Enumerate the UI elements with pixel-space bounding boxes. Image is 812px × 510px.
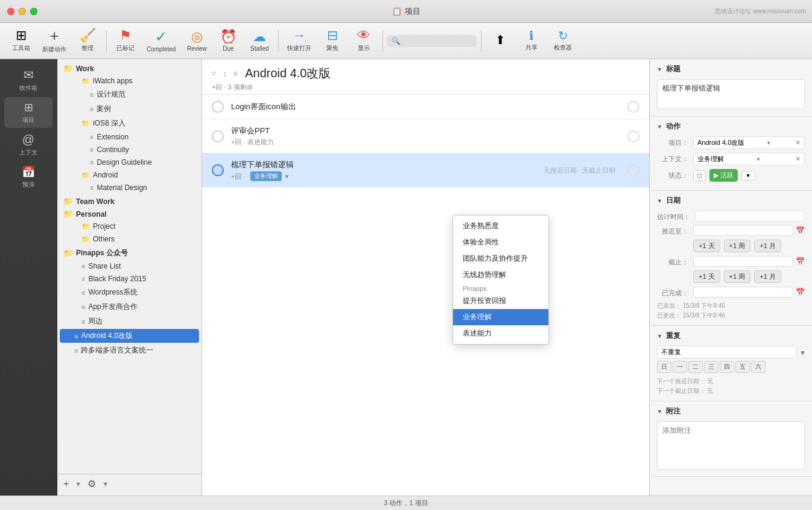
status-active-btn[interactable]: ▶ 活跃: [709, 169, 738, 182]
task-action-2[interactable]: [627, 130, 639, 142]
task-check-2[interactable]: [212, 130, 224, 142]
inspector-repeat-header[interactable]: ▼ 重复: [657, 331, 805, 341]
collapse-arrow[interactable]: ▽: [212, 71, 216, 77]
sidebar-item-contexts[interactable]: @ 上下文: [4, 129, 52, 161]
dropdown-item-yewulijie[interactable]: 业务理解: [453, 309, 548, 325]
day-btn-tue[interactable]: 二: [688, 361, 703, 373]
maximize-button[interactable]: [30, 8, 37, 15]
task-check-1[interactable]: [212, 101, 224, 113]
toolbar-tidy[interactable]: 🧹 整理: [72, 25, 103, 57]
toolbar-due[interactable]: ⏰ Due: [213, 25, 243, 57]
context-tag[interactable]: 业务理解: [250, 171, 282, 181]
calendar-icon-completed[interactable]: 📅: [796, 288, 805, 296]
settings-button[interactable]: ⚙: [86, 477, 97, 491]
toolbar-new-action[interactable]: + 新建动作: [37, 25, 71, 57]
context-select[interactable]: 业务理解 ▼ ✕: [693, 153, 805, 165]
day-btn-wed[interactable]: 三: [704, 361, 718, 373]
project-item-others[interactable]: 📁 Others: [60, 233, 199, 245]
day-btn-sat[interactable]: 六: [751, 361, 766, 373]
search-input[interactable]: [404, 37, 464, 45]
inspector-title-input[interactable]: 梳理下单报错逻辑: [657, 79, 805, 109]
add-project-button[interactable]: +: [62, 477, 70, 491]
project-item-extension[interactable]: ≡ Extension: [60, 131, 199, 143]
group-pinapps[interactable]: 📁 Pinapps 公众号: [57, 246, 201, 260]
context-dropdown-arrow[interactable]: ▼: [284, 173, 290, 180]
toolbar-share[interactable]: ⬆: [485, 25, 515, 57]
group-teamwork[interactable]: 📁 Team Work: [57, 194, 201, 207]
toolbar-quickopen[interactable]: → 快速打开: [282, 25, 316, 57]
sidebar-item-projects[interactable]: ⊞ 项目: [4, 97, 52, 128]
sidebar-item-forecast[interactable]: 📅 预演: [4, 162, 52, 193]
day-btn-mon[interactable]: 一: [673, 361, 687, 373]
task-action-1[interactable]: [627, 101, 639, 113]
toolbar-display[interactable]: 👁 显示: [349, 25, 379, 57]
project-item-zhoubian[interactable]: ≡ 周边: [60, 314, 199, 328]
group-work[interactable]: 📁 Work: [57, 62, 201, 74]
project-item-appdev[interactable]: ≡ App开发商合作: [60, 300, 199, 314]
toolbar-inspector[interactable]: ℹ 共享: [516, 25, 547, 57]
project-item-continuity[interactable]: ≡ Continuity: [60, 144, 199, 156]
search-box[interactable]: 🔍: [387, 35, 477, 47]
day-btn-fri[interactable]: 五: [735, 361, 750, 373]
sidebar-item-inbox[interactable]: ✉ 收件箱: [4, 64, 52, 96]
dropdown-item-tuandui[interactable]: 团队能力及协作提升: [453, 250, 548, 267]
group-personal[interactable]: 📁 Personal: [57, 207, 201, 220]
window-controls[interactable]: [7, 8, 37, 15]
inspector-notes-header[interactable]: ▼ 附注: [657, 406, 805, 416]
dropdown-item-wuxian[interactable]: 无线趋势理解: [453, 267, 548, 283]
clear-project-icon[interactable]: ✕: [795, 139, 801, 147]
clear-context-icon[interactable]: ✕: [795, 155, 801, 163]
toolbar-toolbox[interactable]: ⊞ 工具箱: [6, 25, 36, 57]
toolbar-sync[interactable]: ↻ 检查器: [548, 25, 578, 57]
project-item-ios8[interactable]: 📁 iOS8 深入: [60, 116, 199, 130]
dropdown-item-tiyanquanmian[interactable]: 体验全局性: [453, 234, 548, 250]
repeat-dropdown-arrow[interactable]: ▾: [801, 348, 805, 357]
toolbar-focus[interactable]: ⊟ 聚焦: [317, 25, 347, 57]
task-action-3[interactable]: [627, 164, 639, 176]
project-item-design[interactable]: ≡ 设计规范: [60, 88, 199, 101]
task-item-3[interactable]: 梳理下单报错逻辑 +回 · 业务理解 ▼ 无推迟日期 · 无截止日期: [202, 153, 649, 188]
project-item-materialdesign[interactable]: ≡ Material Design: [60, 182, 199, 194]
project-item-iwatch[interactable]: 📁 iWatch apps: [60, 75, 199, 87]
project-item-wordpress[interactable]: ≡ Wordpress系统: [60, 285, 199, 299]
notes-textarea[interactable]: [657, 421, 805, 470]
project-item-blackfriday[interactable]: ≡ Black Friday 2015: [60, 273, 199, 285]
completed-input[interactable]: [693, 287, 793, 298]
toolbar-completed[interactable]: ✓ Completed: [142, 25, 180, 57]
close-button[interactable]: [7, 8, 14, 15]
toolbar-review[interactable]: ◎ Review: [182, 25, 212, 57]
inspector-title-header[interactable]: ▼ 标题: [657, 64, 805, 74]
day-btn-thu[interactable]: 四: [720, 361, 734, 373]
project-item-designguideline[interactable]: ≡ Design Guideline: [60, 156, 199, 168]
dropdown-item-yewushulian[interactable]: 业务熟悉度: [453, 218, 548, 234]
due-plus1week-btn[interactable]: +1 周: [724, 270, 751, 283]
defer-plus1month-btn[interactable]: +1 月: [754, 240, 781, 252]
repeat-select[interactable]: 不重复: [657, 346, 797, 359]
due-input[interactable]: [693, 256, 793, 267]
settings-dropdown-arrow[interactable]: ▼: [102, 480, 109, 488]
defer-plus1week-btn[interactable]: +1 周: [724, 240, 751, 252]
dropdown-arrow-footer[interactable]: ▼: [75, 480, 81, 488]
day-btn-sun[interactable]: 日: [657, 361, 671, 373]
due-plus1month-btn[interactable]: +1 月: [754, 270, 781, 283]
inspector-action-header[interactable]: ▼ 动作: [657, 121, 805, 132]
dropdown-item-biaosha[interactable]: 表述能力: [453, 325, 548, 342]
toolbar-flagged[interactable]: ⚑ 已标记: [110, 25, 141, 57]
project-item-project[interactable]: 📁 Project: [60, 220, 199, 232]
defer-input[interactable]: [693, 225, 793, 236]
due-plus1day-btn[interactable]: +1 天: [693, 270, 720, 283]
project-item-android[interactable]: 📁 Android: [60, 169, 199, 181]
status-incomplete-btn[interactable]: □: [693, 170, 706, 181]
project-item-android4[interactable]: ≡ Android 4.0改版: [60, 329, 199, 343]
estimate-input[interactable]: [695, 211, 805, 222]
defer-plus1day-btn[interactable]: +1 天: [693, 240, 720, 252]
toolbar-stalled[interactable]: ☁ Stalled: [244, 25, 274, 57]
minimize-button[interactable]: [19, 8, 26, 15]
calendar-icon-defer[interactable]: 📅: [796, 226, 805, 235]
inspector-date-header[interactable]: ▼ 日期: [657, 196, 805, 206]
task-item-2[interactable]: 评审会PPT +回 · 表述能力: [202, 120, 649, 153]
calendar-icon-due[interactable]: 📅: [796, 257, 805, 266]
dropdown-item-tisheng[interactable]: 提升投资回报: [453, 293, 548, 309]
project-item-crossplatform[interactable]: ≡ 跨多端多语言文案统一: [60, 343, 199, 357]
project-item-sharelist[interactable]: ≡ Share List: [60, 260, 199, 272]
